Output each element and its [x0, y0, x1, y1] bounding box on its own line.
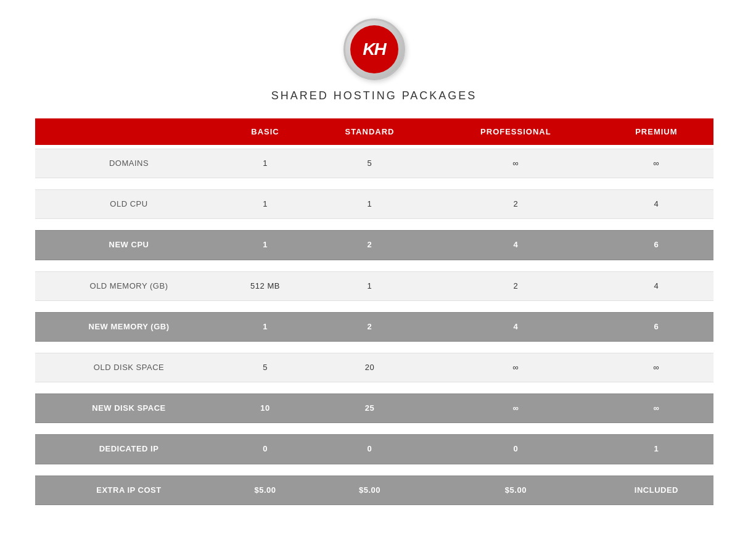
row-value: 0 [307, 434, 432, 464]
row-value: 0 [223, 434, 308, 464]
row-value: 2 [307, 230, 432, 260]
row-value: $5.00 [223, 476, 308, 505]
row-label: DEDICATED IP [35, 434, 223, 464]
row-value: 1 [223, 230, 308, 260]
row-value: 4 [432, 230, 599, 260]
table-row: DEDICATED IP0001 [35, 434, 713, 464]
row-label: NEW CPU [35, 230, 223, 260]
col-header-basic: BASIC [223, 118, 308, 145]
row-value: 1 [223, 312, 308, 342]
header-area: KH SHARED HOSTING PACKAGES [271, 19, 477, 102]
table-row: NEW CPU1246 [35, 230, 713, 260]
logo-text: KH [363, 39, 385, 59]
row-value: 5 [307, 149, 432, 178]
col-header-standard: STANDARD [307, 118, 432, 145]
spacer-row [35, 264, 713, 268]
row-value: 2 [432, 189, 599, 219]
row-value: 4 [599, 189, 713, 219]
row-label: OLD DISK SPACE [35, 353, 223, 382]
row-value: 0 [432, 434, 599, 464]
table-header-row: BASIC STANDARD PROFESSIONAL PREMIUM [35, 118, 713, 145]
row-value: ∞ [599, 149, 713, 178]
table-row: OLD MEMORY (GB)512 MB124 [35, 271, 713, 301]
row-value: ∞ [599, 353, 713, 382]
table-row: NEW MEMORY (GB)1246 [35, 312, 713, 342]
row-value: 4 [432, 312, 599, 342]
row-value: 512 MB [223, 271, 308, 301]
row-value: 1 [307, 189, 432, 219]
table-wrapper: BASIC STANDARD PROFESSIONAL PREMIUM DOMA… [35, 115, 713, 509]
row-value: 2 [432, 271, 599, 301]
row-value: 10 [223, 393, 308, 423]
row-value: ∞ [432, 353, 599, 382]
table-row: OLD DISK SPACE520∞∞ [35, 353, 713, 382]
spacer-row [35, 182, 713, 186]
row-value: 6 [599, 312, 713, 342]
row-label: DOMAINS [35, 149, 223, 178]
spacer-row [35, 427, 713, 430]
row-value: 6 [599, 230, 713, 260]
page-title: SHARED HOSTING PACKAGES [271, 89, 477, 102]
pricing-table: BASIC STANDARD PROFESSIONAL PREMIUM DOMA… [35, 115, 713, 509]
row-value: ∞ [599, 393, 713, 423]
row-label: NEW MEMORY (GB) [35, 312, 223, 342]
spacer-row [35, 468, 713, 472]
spacer-row [35, 386, 713, 390]
row-label: OLD CPU [35, 189, 223, 219]
col-header-premium: PREMIUM [599, 118, 713, 145]
row-value: 2 [307, 312, 432, 342]
row-value: 1 [223, 189, 308, 219]
spacer-row [35, 223, 713, 226]
logo-inner: KH [350, 25, 398, 73]
row-value: 5 [223, 353, 308, 382]
row-value: 1 [599, 434, 713, 464]
row-value: 25 [307, 393, 432, 423]
row-value: 1 [223, 149, 308, 178]
col-header-label [35, 118, 223, 145]
row-label: OLD MEMORY (GB) [35, 271, 223, 301]
row-label: EXTRA IP COST [35, 476, 223, 505]
table-row: EXTRA IP COST$5.00$5.00$5.00INCLUDED [35, 476, 713, 505]
row-value: ∞ [432, 393, 599, 423]
spacer-row [35, 345, 713, 349]
row-value: $5.00 [307, 476, 432, 505]
row-value: INCLUDED [599, 476, 713, 505]
spacer-row [35, 305, 713, 308]
row-value: 1 [307, 271, 432, 301]
table-row: OLD CPU1124 [35, 189, 713, 219]
row-value: 4 [599, 271, 713, 301]
table-row: DOMAINS15∞∞ [35, 149, 713, 178]
logo-circle: KH [343, 19, 405, 80]
row-value: 20 [307, 353, 432, 382]
row-value: $5.00 [432, 476, 599, 505]
row-label: NEW DISK SPACE [35, 393, 223, 423]
row-value: ∞ [432, 149, 599, 178]
col-header-professional: PROFESSIONAL [432, 118, 599, 145]
table-row: NEW DISK SPACE1025∞∞ [35, 393, 713, 423]
